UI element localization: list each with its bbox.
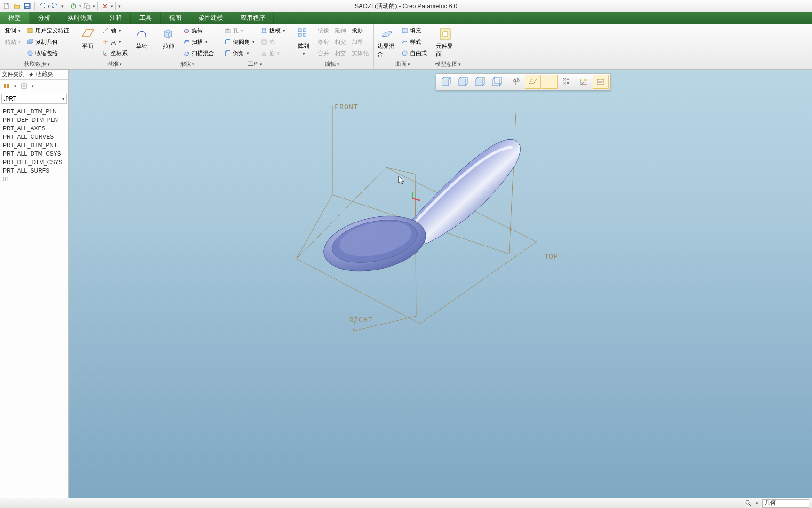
group-editing: 阵列 ▾ 镜像 修剪 合并 延伸 相交 相交 投影 加厚 实体化 编辑▾ — [290, 24, 374, 69]
group-datum-label: 基准 — [107, 60, 119, 68]
paste-button[interactable]: 粘贴 — [3, 37, 23, 47]
fill-button[interactable]: 填充 — [399, 25, 429, 36]
freestyle-button[interactable]: 自由式 — [399, 48, 429, 58]
offset-button[interactable]: 相交 — [333, 37, 348, 47]
merge-label: 合并 — [318, 49, 329, 57]
tab-annotate[interactable]: 注释 — [101, 12, 131, 24]
pattern-label: 阵列 — [298, 42, 309, 50]
tab-apps[interactable]: 应用程序 — [232, 12, 274, 24]
quick-access-toolbar: ▾ ▾ ▾ ▾ ▾ ▾ — [2, 1, 121, 11]
svg-line-60 — [749, 504, 751, 506]
boundary-blend-button[interactable]: 边界混合 — [377, 25, 397, 60]
axis-icon — [102, 27, 109, 34]
rib-button[interactable]: 筋 — [258, 48, 287, 58]
point-button[interactable]: 点 — [100, 37, 129, 47]
boundary-blend-label: 边界混合 — [378, 42, 396, 58]
tree-item[interactable]: PRT_ALL_SURFS — [2, 167, 66, 175]
thicken-button[interactable]: 加厚 — [350, 37, 370, 47]
sweep-blend-label: 扫描混合 — [192, 49, 214, 57]
tree-item[interactable]: PRT_DEF_DTM_CSYS — [2, 158, 66, 167]
tab-model[interactable]: 模型 — [0, 12, 30, 24]
selection-filter-value: 几何 — [764, 499, 776, 507]
spoon-model[interactable] — [319, 139, 521, 279]
open-file-button[interactable] — [12, 1, 22, 11]
solidify-button[interactable]: 实体化 — [350, 48, 370, 58]
hole-icon — [224, 27, 232, 34]
group-shapes-label: 形状 — [180, 60, 191, 68]
chamfer-label: 倒角 — [233, 49, 244, 57]
save-button[interactable] — [23, 1, 32, 11]
group-get-data: 复制 粘贴 用户定义特征 复制几何 收缩包络 获取数据▾ — [0, 24, 74, 69]
tree-item[interactable]: PRT_ALL_AXES — [2, 124, 66, 133]
hole-button[interactable]: 孔 — [222, 25, 257, 36]
tree-item[interactable]: 01 — [2, 175, 66, 183]
undo-button[interactable] — [37, 1, 47, 11]
axis-button[interactable]: 轴 — [100, 25, 129, 36]
mirror-button[interactable]: 镜像 — [316, 25, 331, 36]
selection-filter-combo[interactable]: 几何 — [762, 499, 809, 508]
close-button[interactable] — [100, 1, 110, 11]
tree-filter-combo[interactable]: .PRT ▾ — [1, 94, 67, 104]
chamfer-button[interactable]: 倒角 — [222, 48, 257, 58]
csys-button[interactable]: 坐标系 — [100, 48, 129, 58]
svg-point-58 — [418, 199, 420, 201]
pattern-button[interactable]: 阵列 ▾ — [293, 25, 314, 60]
graphics-viewport[interactable]: xx ×××× — [69, 70, 812, 498]
extrude-button[interactable]: 拉伸 — [158, 25, 179, 60]
plane-icon — [80, 26, 95, 41]
tree-tab-favorites[interactable]: ★收藏夹 — [27, 71, 53, 79]
group-model-intent-label: 模型意图 — [435, 60, 458, 68]
udf-icon — [26, 27, 34, 34]
udf-button[interactable]: 用户定义特征 — [24, 25, 71, 36]
tree-item[interactable]: PRT_ALL_DTM_CSYS — [2, 150, 66, 158]
component-interface-button[interactable]: 元件界面 — [435, 25, 456, 60]
new-file-button[interactable] — [2, 1, 11, 11]
find-icon[interactable] — [745, 500, 752, 507]
hole-label: 孔 — [233, 27, 239, 35]
axis-label: 轴 — [111, 27, 116, 35]
plane-button[interactable]: 平面 — [77, 25, 98, 60]
copy-geom-button[interactable]: 复制几何 — [24, 37, 71, 47]
sweep-blend-button[interactable]: 扫描混合 — [181, 48, 216, 58]
svg-point-27 — [402, 51, 407, 56]
tree-item[interactable]: PRT_ALL_DTM_PNT — [2, 141, 66, 150]
tree-filter-icon[interactable] — [20, 82, 28, 90]
tab-tools[interactable]: 工具 — [131, 12, 161, 24]
draft-button[interactable]: 拔模 — [258, 25, 287, 36]
shrinkwrap-button[interactable]: 收缩包络 — [24, 48, 71, 58]
tree-item[interactable]: PRT_ALL_CURVES — [2, 133, 66, 141]
round-button[interactable]: 倒圆角 — [222, 37, 257, 47]
group-shapes: 拉伸 旋转 扫描 扫描混合 形状▾ — [155, 24, 219, 69]
status-bar: ▾ 几何 — [0, 498, 812, 508]
copy-button[interactable]: 复制 — [3, 25, 23, 36]
tree-item[interactable]: PRT_ALL_DTM_PLN — [2, 107, 66, 116]
model-tree-list[interactable]: PRT_ALL_DTM_PLN PRT_DEF_DTM_PLN PRT_ALL_… — [0, 105, 68, 498]
trim-button[interactable]: 修剪 — [316, 37, 331, 47]
style-button[interactable]: 样式 — [399, 37, 429, 47]
extend-button[interactable]: 延伸 — [333, 25, 348, 36]
revolve-label: 旋转 — [192, 27, 203, 35]
intersect-button[interactable]: 相交 — [333, 48, 348, 58]
tree-settings-icon[interactable] — [3, 82, 10, 90]
windows-button[interactable] — [82, 1, 92, 11]
regen-button[interactable] — [69, 1, 78, 11]
sketch-button[interactable]: 草绘 — [131, 25, 152, 60]
tab-analysis[interactable]: 分析 — [30, 12, 59, 24]
shell-label: 壳 — [269, 38, 275, 46]
shell-button[interactable]: 壳 — [258, 37, 287, 47]
tree-tab-folder[interactable]: 文件夹浏 — [2, 71, 24, 79]
point-label: 点 — [111, 38, 116, 46]
revolve-button[interactable]: 旋转 — [181, 25, 216, 36]
tab-flexible[interactable]: 柔性建模 — [190, 12, 232, 24]
tab-simulation[interactable]: 实时仿真 — [59, 12, 101, 24]
tab-view[interactable]: 视图 — [161, 12, 190, 24]
copy-geom-icon — [26, 38, 34, 46]
redo-button[interactable] — [51, 1, 60, 11]
merge-button[interactable]: 合并 — [316, 48, 331, 58]
tree-item[interactable]: PRT_DEF_DTM_PLN — [2, 116, 66, 124]
sweep-button[interactable]: 扫描 — [181, 37, 216, 47]
project-button[interactable]: 投影 — [350, 25, 370, 36]
boundary-blend-icon — [379, 26, 394, 41]
title-bar: ▾ ▾ ▾ ▾ ▾ ▾ SAOZI (活动的) - Creo Parametri… — [0, 0, 812, 12]
group-engineering-label: 工程 — [248, 60, 259, 68]
